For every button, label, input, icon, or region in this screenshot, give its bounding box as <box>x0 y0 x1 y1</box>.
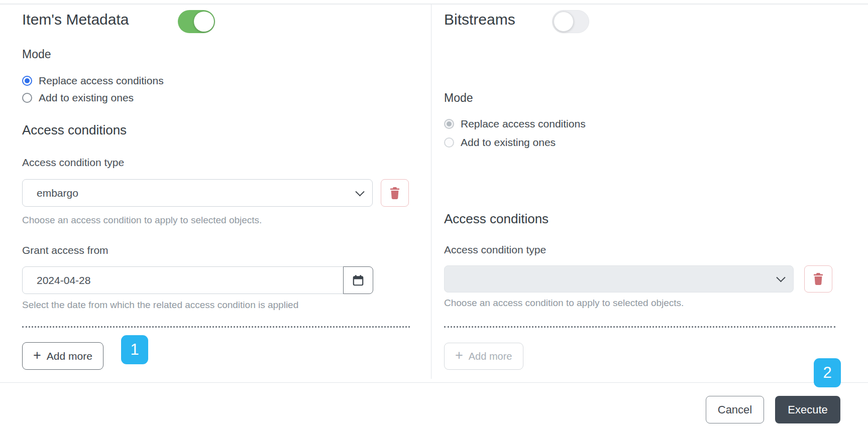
radio-label: Add to existing ones <box>461 136 556 149</box>
delete-access-condition-button-disabled <box>804 265 832 293</box>
top-divider <box>0 4 868 5</box>
mode-heading: Mode <box>22 47 51 61</box>
bulk-access-management-form: Item's Metadata Mode Replace access cond… <box>0 0 868 432</box>
cancel-button[interactable]: Cancel <box>706 396 764 423</box>
footer-divider <box>0 382 868 383</box>
select-value: embargo <box>37 187 78 199</box>
add-more-button-disabled: + Add more <box>444 343 523 370</box>
radio-label: Replace access conditions <box>461 117 586 130</box>
access-conditions-heading: Access conditions <box>22 122 127 138</box>
add-more-label: Add more <box>47 350 92 362</box>
calendar-icon <box>352 274 365 287</box>
dotted-divider <box>22 326 410 328</box>
radio-replace-access-conditions-disabled: Replace access conditions <box>444 117 586 130</box>
add-more-button[interactable]: + Add more <box>22 342 103 370</box>
mode-heading: Mode <box>444 91 473 105</box>
radio-label: Replace access conditions <box>39 74 164 87</box>
radio-selected-disabled-icon <box>444 119 454 129</box>
dotted-divider <box>444 326 835 328</box>
grant-access-from-input[interactable]: 2024-04-28 <box>22 266 344 294</box>
grant-access-from-label: Grant access from <box>22 244 108 257</box>
radio-replace-access-conditions[interactable]: Replace access conditions <box>22 74 164 87</box>
item-metadata-toggle[interactable] <box>178 10 215 33</box>
execute-button[interactable]: Execute <box>775 396 840 423</box>
radio-label: Add to existing ones <box>39 91 134 104</box>
radio-unselected-disabled-icon <box>444 137 454 148</box>
panel-title: Item's Metadata <box>22 11 129 29</box>
radio-add-to-existing-ones[interactable]: Add to existing ones <box>22 91 134 104</box>
step-annotation-1: 1 <box>121 335 148 364</box>
help-text: Choose an access condition to apply to s… <box>22 214 262 226</box>
access-condition-type-select-disabled <box>444 265 794 293</box>
date-value: 2024-04-28 <box>37 274 90 286</box>
delete-access-condition-button[interactable] <box>381 179 409 207</box>
help-text: Choose an access condition to apply to s… <box>444 297 684 309</box>
bitstreams-toggle[interactable] <box>552 10 589 33</box>
toggle-knob <box>554 12 574 32</box>
add-more-label: Add more <box>469 351 512 362</box>
panel-title: Bitstreams <box>444 11 515 29</box>
grant-access-from-group: 2024-04-28 <box>22 266 373 294</box>
trash-icon <box>389 187 401 200</box>
access-condition-type-select[interactable]: embargo <box>22 179 373 207</box>
toggle-knob <box>194 12 214 32</box>
access-conditions-heading: Access conditions <box>444 211 549 227</box>
access-condition-type-label: Access condition type <box>444 243 546 256</box>
plus-icon: + <box>455 349 463 362</box>
plus-icon: + <box>33 349 41 362</box>
panel-divider <box>431 5 431 379</box>
radio-add-to-existing-ones-disabled: Add to existing ones <box>444 136 556 149</box>
step-annotation-2: 2 <box>814 358 841 387</box>
help-text: Select the date from which the related a… <box>22 299 298 311</box>
radio-selected-icon[interactable] <box>22 76 32 86</box>
trash-icon <box>812 272 824 285</box>
date-picker-button[interactable] <box>343 266 373 294</box>
access-condition-type-label: Access condition type <box>22 156 124 169</box>
radio-unselected-icon[interactable] <box>22 93 32 103</box>
